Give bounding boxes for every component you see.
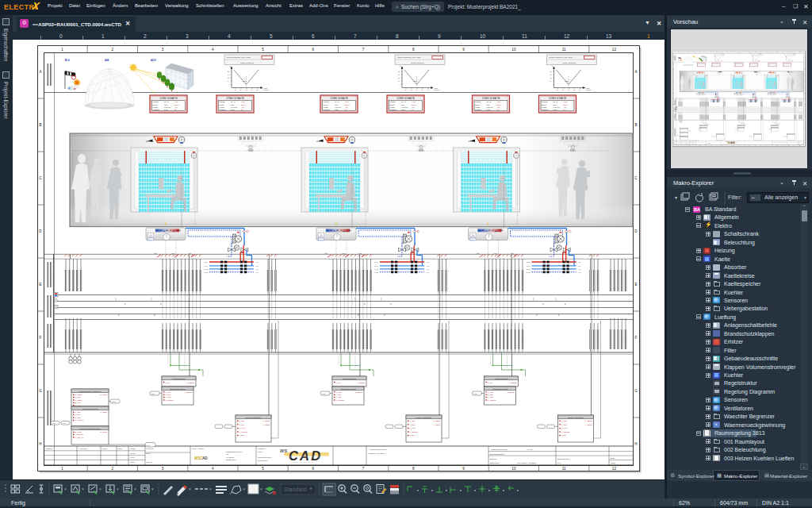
svg-text:MSI2: MSI2 [258, 451, 262, 452]
svg-text:1k: 1k [251, 89, 253, 90]
svg-text:s_SET ▸: s_SET ▸ [185, 391, 193, 394]
svg-text:E: E [39, 283, 41, 287]
svg-text:B1.6: B1.6 [65, 59, 70, 62]
svg-text:3: 3 [162, 48, 164, 52]
svg-text:F: F [635, 336, 638, 340]
svg-text:A210: A210 [151, 59, 156, 62]
svg-text:11: 11 [562, 467, 566, 471]
svg-text:Blatt-Nr.:: Blatt-Nr.: [490, 458, 497, 460]
svg-text:Temperatur akust: Temperatur akust [82, 408, 98, 410]
svg-text:Seq.T: Seq.T [220, 104, 225, 106]
svg-text:4: 4 [212, 467, 214, 471]
svg-text:8: 8 [412, 48, 415, 52]
svg-text:G: G [39, 389, 42, 393]
svg-text:Vorlauf: Vorlauf [153, 101, 159, 102]
svg-text:4/9 Planb: 4/9 Planb [226, 456, 234, 458]
svg-text:x rot: x rot [174, 101, 178, 102]
svg-text:Bezeichnungsart:: Bezeichnungsart: [490, 453, 504, 455]
svg-text:Zustand: Zustand [46, 448, 53, 449]
svg-text:Waermeregelung akust: Waermeregelung akust [80, 428, 101, 430]
svg-text:Hersteller: Hersteller [258, 448, 266, 449]
svg-text:16: 16 [228, 74, 229, 75]
svg-text:4: 4 [212, 48, 214, 52]
svg-text:von E: von E [611, 462, 615, 464]
svg-text:x rot: x rot [241, 101, 245, 102]
svg-text:2: 2 [112, 48, 114, 52]
svg-text:WS 974: WS 974 [147, 461, 154, 463]
svg-text:xx: xx [251, 95, 252, 97]
svg-text:Datum: Datum [131, 448, 136, 449]
svg-text:Bearb.grenzen: Bearb.grenzen [557, 458, 570, 460]
svg-text:8: 8 [412, 467, 415, 471]
svg-text:3.7h: 3.7h [231, 109, 235, 110]
svg-text:8: 8 [228, 80, 228, 82]
svg-text:Regler Schnittstel: Regler Schnittstel [246, 417, 262, 419]
svg-text:71 °C: 71 °C [164, 101, 169, 102]
svg-text:B: B [634, 123, 637, 127]
svg-text:6: 6 [312, 467, 315, 471]
svg-text:1k: 1k [257, 89, 259, 90]
svg-text:Datum: Datum [102, 448, 108, 449]
svg-text:1 [g/kg]: 1 [g/kg] [263, 89, 269, 90]
svg-text:4SB: 4SB [171, 252, 174, 254]
svg-text:Blatt-Nr.ber.:: Blatt-Nr.ber.: [490, 462, 500, 464]
svg-text:LETS ACT DIGITAL: LETS ACT DIGITAL [292, 461, 317, 463]
svg-text:1: 1 [61, 48, 63, 52]
svg-text:G: G [634, 389, 638, 393]
svg-text:Norm: Norm [131, 461, 136, 463]
svg-text:A68: A68 [105, 59, 109, 62]
svg-text:6: 6 [312, 48, 315, 52]
svg-text:Regel Sequenz: Regel Sequenz [240, 62, 255, 64]
svg-text:20: 20 [228, 71, 229, 72]
svg-text:T_approg: T_approg [166, 399, 174, 402]
svg-text:5: 5 [262, 48, 264, 52]
svg-text:Anlagenkennzeichen:: Anlagenkennzeichen: [490, 448, 508, 450]
svg-text:v_3a7 ▸: v_3a7 ▸ [263, 420, 270, 422]
svg-text:12: 12 [612, 467, 617, 471]
svg-text:Name: Name [118, 448, 124, 449]
svg-text:21.10.02: 21.10.02 [147, 448, 154, 449]
svg-text:0.70 T.T: 0.70 T.T [164, 106, 171, 108]
svg-text:raum: raum [243, 80, 247, 82]
svg-text:12: 12 [612, 48, 617, 52]
svg-text:x: x [244, 79, 245, 80]
svg-text:b_027 ▸: b_027 ▸ [100, 394, 107, 396]
svg-text:E: E [634, 283, 637, 287]
svg-text:s_SET ▸: s_SET ▸ [187, 382, 195, 384]
svg-text:xx: xx [184, 95, 186, 97]
svg-text:Aenderung: Aenderung [79, 448, 87, 449]
svg-text:RAU99: RAU99 [527, 448, 534, 450]
svg-text:Seq.T: Seq.T [153, 104, 159, 106]
svg-text:Luftmengenreg: Luftmengenreg [172, 378, 186, 380]
svg-text:Vorlauf: Vorlauf [220, 101, 226, 102]
svg-text:❄: ❄ [67, 86, 71, 90]
svg-text:T_approg: T_approg [75, 419, 84, 421]
svg-text:°C: °C [228, 65, 231, 67]
svg-text:1k: 1k [246, 89, 247, 90]
svg-text:WS: WS [280, 448, 288, 453]
svg-text:AD: AD [201, 456, 208, 460]
svg-text:4: 4 [228, 83, 228, 85]
svg-text:ZONE1 SCHALTB: ZONE1 SCHALTB [160, 97, 178, 100]
svg-text:Gewerbetechnik +: Gewerbetechnik + [258, 456, 273, 458]
svg-text:/1.18: /1.18 [204, 268, 209, 270]
svg-text:7: 7 [362, 467, 365, 471]
svg-text:Musterprojekt BA20: Musterprojekt BA20 [226, 451, 243, 452]
svg-text:Temperatur akust: Temperatur akust [170, 388, 186, 391]
svg-text:ZONE1 SCHALTB: ZONE1 SCHALTB [227, 97, 244, 100]
svg-text:/1.14: /1.14 [204, 265, 209, 267]
svg-text:H: H [39, 442, 41, 446]
svg-text:Blatt 4: Blatt 4 [611, 457, 616, 459]
svg-text:F: F [40, 336, 42, 340]
svg-text:Gepr.: Gepr. [131, 456, 136, 458]
svg-text:3: 3 [162, 467, 164, 471]
svg-text:B: B [39, 123, 41, 127]
svg-text:3.7h: 3.7h [164, 109, 168, 110]
svg-text:12: 12 [228, 77, 229, 79]
svg-text:5: 5 [262, 467, 264, 471]
svg-text:0.PV: 0.PV [148, 239, 152, 241]
svg-text:Bearb.: Bearb. [131, 452, 136, 454]
svg-text:11: 11 [562, 48, 566, 52]
svg-text:Temperaturen Hzanalyse: Temperaturen Hzanalyse [79, 391, 102, 393]
svg-text:v_a3n ▸: v_a3n ▸ [263, 424, 270, 426]
